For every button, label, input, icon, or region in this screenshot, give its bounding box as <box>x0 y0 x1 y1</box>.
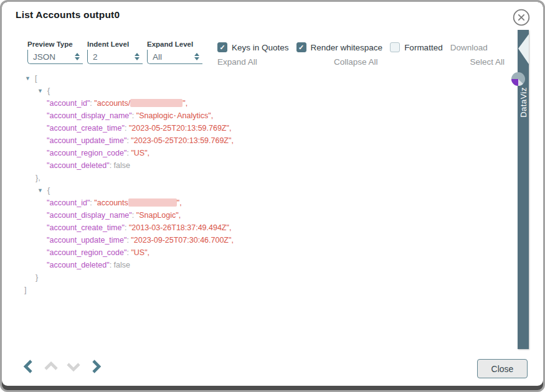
json-key: "account_region_code" <box>47 149 126 157</box>
render-whitespace-checkbox[interactable]: ✓ Render whitespace <box>296 42 383 52</box>
json-tree-line: "account_display_name": "SnapLogic", <box>2 209 506 222</box>
checkbox-label: Render whitespace <box>311 43 383 52</box>
json-colon: : <box>125 223 129 232</box>
json-plain: false <box>114 161 130 170</box>
json-val: "2023-09-25T07:30:46.700Z", <box>131 236 234 245</box>
json-key: "account_display_name" <box>47 111 132 120</box>
json-tree-line: ▼{ <box>2 85 506 97</box>
json-punct: }, <box>36 174 40 182</box>
checkbox-icon[interactable]: ✓ <box>390 42 400 52</box>
json-val: "accounts <box>94 198 128 207</box>
json-tree-line: "account_region_code": "US", <box>2 246 506 259</box>
expand-level-label: Expand Level <box>147 40 202 48</box>
collapse-all-link[interactable]: Collapse All <box>334 57 378 67</box>
json-punct: { <box>47 86 50 95</box>
json-val: "2023-05-25T20:13:59.769Z", <box>131 136 234 145</box>
json-tree-line: "account_id": "accounts", <box>2 197 506 209</box>
prev-document-button[interactable] <box>20 358 37 375</box>
json-tree-line: "account_create_time": "2023-05-25T20:13… <box>2 122 506 134</box>
json-key: "account_region_code" <box>47 248 126 257</box>
json-tree-line: } <box>2 271 506 284</box>
json-tree-line: ] <box>2 284 506 296</box>
json-tree-line: "account_deleted": false <box>2 259 506 271</box>
checkbox-icon[interactable]: ✓ <box>217 42 227 52</box>
json-key: "account_id" <box>47 99 90 108</box>
json-punct: } <box>36 273 38 282</box>
json-val: "2013-03-26T18:37:49.494Z", <box>129 223 232 232</box>
keys-in-quotes-checkbox[interactable]: ✓ Keys in Quotes <box>217 42 289 52</box>
stepper-up-icon[interactable] <box>135 53 140 56</box>
panel-collapse-arrow-icon <box>518 34 529 65</box>
close-button[interactable]: Close <box>477 359 528 378</box>
json-key: "account_deleted" <box>47 261 110 269</box>
json-colon: : <box>132 111 136 120</box>
json-tree-line: "account_display_name": "Snaplogic·Analy… <box>2 110 506 122</box>
scroll-up-button[interactable] <box>42 358 60 375</box>
indent-level-label: Indent Level <box>87 40 143 48</box>
formatted-checkbox[interactable]: ✓ Formatted <box>390 42 443 52</box>
json-val: "US", <box>131 149 149 157</box>
pie-chart-icon <box>511 72 526 86</box>
json-tree-line: "account_create_time": "2013-03-26T18:37… <box>2 222 506 234</box>
checkbox-label: Keys in Quotes <box>232 43 289 52</box>
json-val: "accounts/ <box>94 99 130 108</box>
json-colon: : <box>125 124 129 133</box>
json-tree-line: ▼[ <box>2 72 506 85</box>
json-key: "account_id" <box>47 198 90 207</box>
close-icon[interactable] <box>512 8 531 27</box>
options-row: ✓ Keys in Quotes ✓ Render whitespace ✓ F… <box>217 42 488 52</box>
json-key: "account_update_time" <box>47 136 126 145</box>
preview-type-label: Preview Type <box>27 40 83 48</box>
json-val: ", <box>182 99 187 108</box>
dataviz-tab[interactable]: DataViz <box>518 30 529 349</box>
download-link[interactable]: Download <box>450 43 488 52</box>
expand-triangle-icon[interactable]: ▼ <box>37 187 43 194</box>
json-tree: ▼[▼{"account_id": "accounts/","account_d… <box>2 72 506 296</box>
json-val: "US", <box>131 248 149 257</box>
scroll-down-button[interactable] <box>65 358 82 375</box>
expand-triangle-icon[interactable]: ▼ <box>37 88 43 94</box>
tree-actions-row: Expand All Collapse All Select All <box>2 57 505 67</box>
dialog-title: List Accounts output0 <box>16 9 120 21</box>
json-key: "account_update_time" <box>47 236 126 245</box>
json-val: "Snaplogic <box>136 111 173 120</box>
json-val: Analytics", <box>177 111 213 120</box>
redacted-value <box>128 198 177 207</box>
next-document-button[interactable] <box>87 358 105 375</box>
redacted-value <box>130 99 182 107</box>
json-colon: : <box>110 161 114 170</box>
json-punct: { <box>47 186 50 195</box>
json-key: "account_display_name" <box>47 211 132 220</box>
stepper-up-icon[interactable] <box>75 53 80 56</box>
json-colon: : <box>132 211 136 220</box>
dataviz-tab-label: DataViz <box>518 87 529 156</box>
json-tree-line: ▼{ <box>2 184 506 197</box>
preview-dialog: List Accounts output0 Preview Type JSON <box>2 2 543 386</box>
expand-triangle-icon[interactable]: ▼ <box>25 75 31 82</box>
stepper-up-icon[interactable] <box>194 53 199 56</box>
json-val: ", <box>177 198 182 207</box>
json-tree-line: "account_deleted": false <box>2 159 506 172</box>
document-nav <box>20 358 105 375</box>
json-key: "account_deleted" <box>47 161 110 170</box>
checkbox-icon[interactable]: ✓ <box>296 42 306 52</box>
json-plain: false <box>114 261 130 269</box>
checkbox-label: Formatted <box>404 43 443 52</box>
json-tree-line: "account_update_time": "2023-05-25T20:13… <box>2 134 506 147</box>
json-tree-line: }, <box>2 172 506 184</box>
json-tree-line: "account_id": "accounts/", <box>2 97 506 110</box>
expand-all-link[interactable]: Expand All <box>217 57 257 67</box>
json-colon: : <box>110 261 114 269</box>
screen: List Accounts output0 Preview Type JSON <box>0 0 545 392</box>
json-tree-line: "account_region_code": "US", <box>2 147 506 159</box>
json-key: "account_create_time" <box>47 223 125 232</box>
json-val: "2023-05-25T20:13:59.769Z", <box>129 124 232 133</box>
window-frame: List Accounts output0 Preview Type JSON <box>0 0 545 392</box>
select-all-link[interactable]: Select All <box>470 57 505 67</box>
json-punct: ] <box>24 286 26 294</box>
json-val: "SnapLogic", <box>136 211 181 220</box>
json-key: "account_create_time" <box>47 124 125 133</box>
json-tree-line: "account_update_time": "2023-09-25T07:30… <box>2 234 506 246</box>
json-punct: [ <box>35 74 37 83</box>
